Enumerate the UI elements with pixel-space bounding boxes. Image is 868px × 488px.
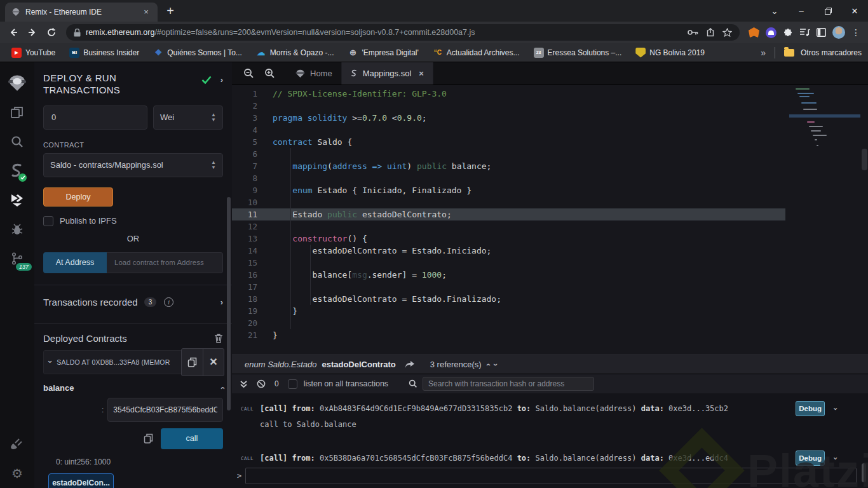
bookmark-item[interactable]: “CActualidad Archives... bbox=[428, 46, 525, 60]
search-icon[interactable] bbox=[0, 127, 34, 156]
tab-close-icon[interactable]: × bbox=[419, 69, 424, 78]
terminal-command-input[interactable] bbox=[245, 468, 857, 484]
back-button[interactable] bbox=[5, 24, 22, 41]
tab-search-chevron-icon[interactable]: ⌄ bbox=[761, 0, 788, 22]
trash-icon[interactable] bbox=[214, 333, 223, 343]
profile-avatar[interactable] bbox=[832, 26, 845, 39]
reference-count[interactable]: 3 reference(s) bbox=[430, 360, 482, 369]
tab-home[interactable]: Home bbox=[287, 62, 342, 85]
bookmark-item[interactable]: ▶YouTube bbox=[6, 46, 60, 60]
bookmark-item[interactable]: ⊕'Empresa Digital' bbox=[343, 46, 424, 60]
forward-button[interactable] bbox=[24, 24, 41, 41]
metamask-icon[interactable] bbox=[749, 27, 759, 37]
listen-all-checkbox[interactable] bbox=[288, 379, 297, 389]
copy-icon[interactable] bbox=[144, 433, 153, 444]
restore-button[interactable] bbox=[815, 0, 841, 22]
other-bookmarks[interactable]: Otros marcadores bbox=[801, 48, 862, 57]
code-line[interactable]: 12 bbox=[232, 220, 785, 233]
code-line[interactable]: 5contract Saldo { bbox=[232, 136, 785, 148]
share-icon[interactable] bbox=[706, 28, 715, 37]
function-collapse-chevron[interactable]: › bbox=[217, 386, 226, 389]
debug-button[interactable]: Debug bbox=[796, 451, 825, 466]
copy-icon[interactable] bbox=[182, 349, 203, 376]
code-line[interactable]: 16 balance[msg.sender] = 1000; bbox=[232, 269, 785, 281]
close-instance-icon[interactable]: ✕ bbox=[203, 349, 224, 376]
estado-del-contrato-button[interactable]: estadoDelCon... bbox=[48, 473, 114, 488]
zoom-in-icon[interactable] bbox=[264, 68, 275, 79]
bookmark-item[interactable]: ❖Quiénes Somos | To... bbox=[148, 46, 247, 60]
instance-collapse-chevron[interactable]: › bbox=[46, 360, 55, 363]
code-line[interactable]: 17 bbox=[232, 281, 785, 293]
deploy-run-icon[interactable] bbox=[0, 186, 34, 215]
debugger-icon[interactable] bbox=[0, 215, 34, 244]
minimap[interactable] bbox=[793, 86, 859, 169]
browser-tab[interactable]: Remix - Ethereum IDE × bbox=[5, 3, 158, 22]
key-icon[interactable] bbox=[688, 29, 698, 36]
editor-scrollbar[interactable] bbox=[862, 149, 867, 170]
terminal-search-input[interactable] bbox=[423, 377, 594, 391]
file-explorer-icon[interactable] bbox=[0, 98, 34, 127]
info-icon[interactable]: i bbox=[164, 297, 173, 307]
code-line[interactable]: 21} bbox=[232, 329, 785, 341]
code-line[interactable]: 4 bbox=[232, 124, 785, 136]
tab-mappings-sol[interactable]: Mappings.sol × bbox=[342, 62, 433, 85]
terminal-scrollbar[interactable] bbox=[862, 463, 866, 482]
bookmark-item[interactable]: ☁Morris & Opazo -... bbox=[251, 46, 339, 60]
deploy-button[interactable]: Deploy bbox=[43, 187, 113, 207]
transactions-recorded-row[interactable]: Transactions recorded 3 i › bbox=[43, 293, 223, 312]
goto-reference-icon[interactable] bbox=[405, 361, 415, 369]
expand-log-chevron[interactable]: › bbox=[832, 406, 841, 411]
code-line[interactable]: 20 bbox=[232, 317, 785, 329]
bookmark-star-icon[interactable] bbox=[722, 28, 732, 37]
code-line[interactable]: 10 bbox=[232, 196, 785, 208]
tab-close-icon[interactable]: × bbox=[141, 7, 151, 17]
code-line[interactable]: 11 Estado public estadoDelContrato; bbox=[232, 208, 785, 220]
zoom-out-icon[interactable] bbox=[243, 68, 254, 79]
value-input[interactable] bbox=[43, 105, 147, 130]
address-bar[interactable]: remix.ethereum.org/#optimize=false&runs=… bbox=[66, 24, 740, 41]
code-line[interactable]: 15 bbox=[232, 257, 785, 269]
code-editor[interactable]: 1// SPDX-License-Identifier: GLP-3.023pr… bbox=[232, 85, 868, 355]
settings-gear-icon[interactable]: ⚙ bbox=[0, 459, 34, 488]
phantom-wallet-icon[interactable] bbox=[766, 27, 776, 38]
bookmarks-overflow-icon[interactable]: » bbox=[761, 48, 766, 58]
close-window-button[interactable]: ✕ bbox=[841, 0, 868, 22]
at-address-button[interactable]: At Address bbox=[43, 252, 107, 273]
balance-param-input[interactable] bbox=[107, 398, 223, 422]
code-line[interactable]: 13 constructor() { bbox=[232, 233, 785, 245]
plugin-connect-icon[interactable] bbox=[0, 430, 34, 459]
code-line[interactable]: 3pragma solidity >=0.7.0 <0.9.0; bbox=[232, 112, 785, 124]
minimize-button[interactable]: – bbox=[788, 0, 815, 22]
bookmark-item[interactable]: NG Bolivia 2019 bbox=[630, 46, 710, 60]
code-line[interactable]: 8 bbox=[232, 172, 785, 184]
plugin-manager-icon[interactable]: 137 bbox=[0, 244, 34, 273]
code-line[interactable]: 7 mapping(address => uint) public balanc… bbox=[232, 160, 785, 172]
code-line[interactable]: 14 estadoDelContrato = Estado.Iniciado; bbox=[232, 245, 785, 257]
expand-log-chevron[interactable]: › bbox=[832, 456, 841, 461]
reload-button[interactable] bbox=[43, 24, 60, 41]
call-button[interactable]: call bbox=[161, 428, 223, 449]
reading-list-icon[interactable] bbox=[799, 28, 810, 37]
panel-expand-chevron[interactable]: › bbox=[220, 75, 223, 85]
unit-select[interactable]: Wei ▲▼ bbox=[153, 105, 223, 130]
code-line[interactable]: 18 estadoDelContrato = Estado.Finalizado… bbox=[232, 293, 785, 305]
new-tab-button[interactable]: + bbox=[161, 3, 179, 20]
transactions-expand-chevron[interactable]: › bbox=[220, 297, 223, 307]
publish-ipfs-checkbox[interactable] bbox=[43, 216, 53, 226]
at-address-input[interactable] bbox=[107, 252, 223, 273]
sidepanel-scrollbar[interactable] bbox=[227, 197, 231, 410]
browser-menu-icon[interactable]: ⋮ bbox=[851, 27, 860, 37]
debug-button[interactable]: Debug bbox=[796, 401, 825, 416]
code-line[interactable]: 19 } bbox=[232, 305, 785, 317]
contract-select[interactable]: Saldo - contracts/Mappings.sol ▲▼ bbox=[43, 153, 223, 177]
extensions-puzzle-icon[interactable] bbox=[783, 27, 793, 37]
code-line[interactable]: 9 enum Estado { Iniciado, Finalizado } bbox=[232, 184, 785, 196]
solidity-compiler-icon[interactable] bbox=[0, 156, 34, 186]
clear-console-icon[interactable] bbox=[257, 379, 266, 388]
code-line[interactable]: 1// SPDX-License-Identifier: GLP-3.0 bbox=[232, 88, 785, 100]
code-line[interactable]: 2 bbox=[232, 100, 785, 112]
collapse-terminal-icon[interactable] bbox=[240, 380, 248, 388]
side-panel-icon[interactable] bbox=[817, 28, 826, 37]
next-reference-chevron[interactable]: › bbox=[491, 363, 500, 366]
code-line[interactable]: 6 bbox=[232, 148, 785, 160]
